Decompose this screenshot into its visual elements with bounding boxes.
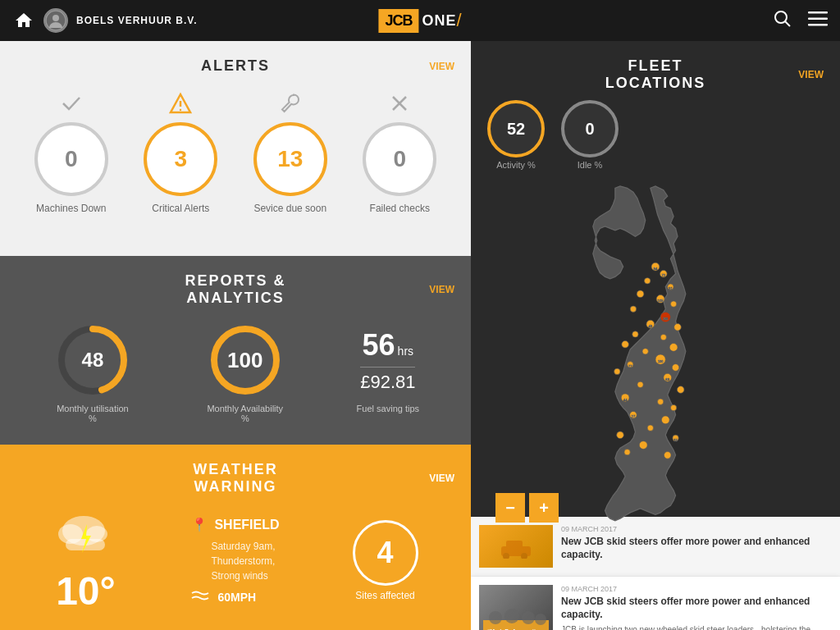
temperature-value: 10° <box>56 568 116 614</box>
utilisation-donut: 48 <box>56 323 130 397</box>
idle-value: 0 <box>585 120 594 139</box>
header-logo: JCB ONE / <box>378 9 461 33</box>
home-icon[interactable] <box>12 9 35 32</box>
news-thumb-2: #MadeByApprentices <box>479 585 553 630</box>
location-name: SHEFIELD <box>214 518 279 532</box>
svg-point-73 <box>535 614 546 625</box>
report-fuel: 56 hrs £92.81 Fuel saving tips <box>357 323 419 413</box>
svg-point-42 <box>677 386 684 394</box>
svg-point-9 <box>180 109 181 111</box>
news-list: 09 MARCH 2017 New JCB skid steers offer … <box>471 517 840 630</box>
zoom-in-button[interactable]: + <box>529 493 559 523</box>
weather-description: Saturday 9am, Thunderstorm, Strong winds <box>191 539 279 583</box>
map-controls: − + <box>495 493 559 523</box>
svg-point-38 <box>672 364 679 372</box>
failed-checks-value: 0 <box>393 146 406 172</box>
news-content-1: 09 MARCH 2017 New JCB skid steers offer … <box>561 525 832 568</box>
weather-header: WEATHER WARNING VIEW <box>16 461 454 495</box>
utilisation-label: Monthly utilisation % <box>52 404 134 423</box>
svg-point-30 <box>674 324 682 331</box>
sites-count-circle: 4 <box>353 520 418 586</box>
critical-alerts-value: 3 <box>174 146 187 172</box>
service-due-gauge: 13 <box>253 122 327 196</box>
svg-rect-4 <box>808 11 828 14</box>
search-icon[interactable] <box>774 10 792 32</box>
weather-info: 📍 SHEFIELD Saturday 9am, Thunderstorm, S… <box>191 517 279 605</box>
failed-checks-gauge: 0 <box>363 122 436 196</box>
news-text-2: JCB is launching two new wheeled skid st… <box>561 624 832 630</box>
header: BOELS VERHUUR B.V. JCB ONE / <box>0 0 840 41</box>
critical-alerts-gauge: 3 <box>144 122 217 196</box>
fleet-map: 94 72 31 105 186 49 77 100 44 63 27 15 −… <box>487 178 824 531</box>
svg-text:44: 44 <box>623 398 628 402</box>
svg-point-26 <box>670 301 676 307</box>
fuel-block: 56 hrs £92.81 <box>360 323 415 397</box>
wind-icon <box>191 590 211 605</box>
svg-text:105: 105 <box>658 299 664 303</box>
zoom-out-button[interactable]: − <box>495 493 525 523</box>
activity-label: Activity % <box>496 160 536 170</box>
machines-down-label: Machines Down <box>36 203 106 214</box>
svg-point-34 <box>669 343 678 351</box>
fuel-hrs-unit: hrs <box>398 345 413 358</box>
svg-point-31 <box>632 331 638 337</box>
svg-text:186: 186 <box>663 317 668 321</box>
news-thumb-1 <box>479 525 553 568</box>
svg-point-33 <box>622 340 629 348</box>
news-headline-1: New JCB skid steers offer more power and… <box>561 536 832 561</box>
svg-rect-67 <box>506 541 523 549</box>
alerts-view-link[interactable]: VIEW <box>308 61 454 72</box>
svg-point-53 <box>664 452 671 459</box>
svg-text:31: 31 <box>669 286 673 290</box>
fleet-section: FLEET LOCATIONS VIEW 52 Activity % 0 Idl… <box>471 41 840 517</box>
svg-point-70 <box>489 611 502 624</box>
activity-stat: 52 Activity % <box>487 100 545 170</box>
svg-point-1 <box>52 15 59 21</box>
alert-critical: 3 Critical Alerts <box>144 91 217 214</box>
menu-icon[interactable] <box>808 11 828 30</box>
sites-label: Sites affected <box>355 590 415 601</box>
weather-title: WEATHER WARNING <box>162 461 308 495</box>
news-headline-2: New JCB skid steers offer more power and… <box>561 596 832 621</box>
activity-value: 52 <box>507 120 525 139</box>
svg-point-27 <box>630 306 636 312</box>
fleet-view-link[interactable]: VIEW <box>711 69 824 80</box>
alerts-header: ALERTS VIEW <box>16 57 454 75</box>
svg-point-24 <box>637 290 644 298</box>
news-item-2[interactable]: #MadeByApprentices 09 MARCH 2017 New JCB… <box>471 577 840 630</box>
svg-rect-6 <box>808 24 828 26</box>
fuel-cost-value: £92.81 <box>360 372 415 393</box>
reports-header: REPORTS & ANALYTICS VIEW <box>16 272 454 307</box>
availability-donut: 100 <box>208 323 282 397</box>
reports-grid: 48 Monthly utilisation % 100 Monthly Ava… <box>16 315 454 431</box>
alerts-section: ALERTS VIEW 0 Machines Down <box>0 41 471 256</box>
critical-alerts-label: Critical Alerts <box>152 203 209 214</box>
alert-service-due: 13 Sevice due soon <box>253 91 327 214</box>
fleet-stats-row: 52 Activity % 0 Idle % <box>487 100 824 170</box>
svg-rect-5 <box>808 17 828 20</box>
machines-down-gauge: 0 <box>34 122 108 196</box>
fuel-hrs-value: 56 <box>363 328 395 363</box>
right-panel: FLEET LOCATIONS VIEW 52 Activity % 0 Idl… <box>471 41 840 630</box>
weather-view-link[interactable]: VIEW <box>308 472 454 484</box>
fuel-hours: 56 hrs <box>363 328 414 363</box>
svg-text:94: 94 <box>654 267 658 271</box>
report-utilisation: 48 Monthly utilisation % <box>52 323 134 423</box>
svg-text:72: 72 <box>661 273 665 277</box>
news-section: 09 MARCH 2017 New JCB skid steers offer … <box>471 517 840 630</box>
service-due-label: Sevice due soon <box>253 203 326 214</box>
cross-icon <box>388 91 411 116</box>
jcb-text: JCB <box>385 12 412 29</box>
check-icon <box>60 91 83 116</box>
fleet-header: FLEET LOCATIONS VIEW <box>487 57 824 92</box>
weather-section: WEATHER WARNING VIEW <box>0 445 471 630</box>
utilisation-value: 48 <box>82 349 104 372</box>
user-avatar[interactable] <box>43 8 68 33</box>
svg-point-2 <box>775 11 787 23</box>
slash-text: / <box>456 10 461 31</box>
idle-label: Idle % <box>578 160 603 170</box>
reports-view-link[interactable]: VIEW <box>308 284 454 295</box>
svg-point-41 <box>637 381 643 387</box>
svg-point-51 <box>639 441 647 450</box>
fleet-title: FLEET LOCATIONS <box>600 57 712 92</box>
